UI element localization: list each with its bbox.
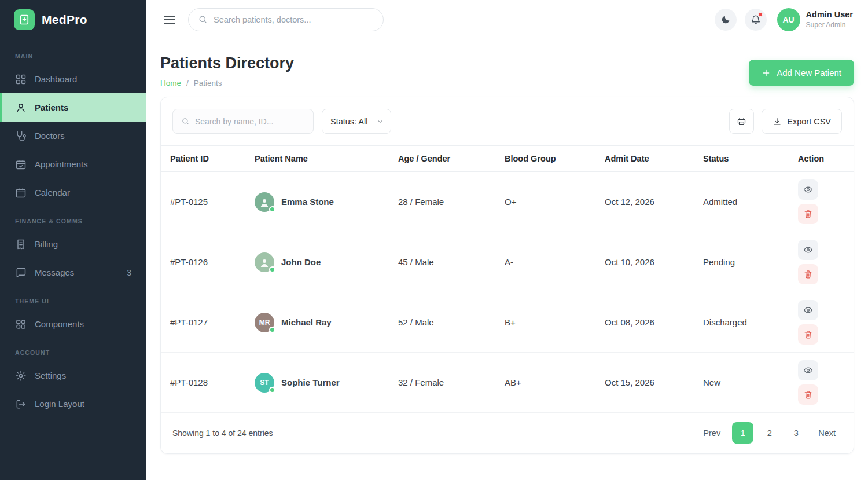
prev-page-button[interactable]: Prev [697,422,727,444]
moon-icon [720,14,731,25]
sidebar-item-calendar[interactable]: Calendar [0,178,146,207]
receipt-icon [15,239,27,250]
delete-button[interactable] [798,204,818,224]
notifications-button[interactable] [745,9,767,31]
search-icon [198,14,208,24]
blood-group-cell: O+ [505,197,605,207]
card-toolbar: Status: All Export CSV [161,97,854,145]
blood-group-cell: AB+ [505,378,605,387]
card-footer: Showing 1 to 4 of 24 entries Prev 1 2 3 … [161,413,854,453]
search-icon [181,117,190,126]
patient-name: Emma Stone [281,197,334,207]
sidebar-item-billing[interactable]: Billing [0,230,146,258]
table-search-input[interactable] [195,117,305,126]
view-button[interactable] [798,240,818,260]
action-cell [798,292,844,352]
patient-name: John Doe [281,257,321,267]
medpro-logo-icon [14,9,35,30]
patient-avatar [255,192,274,212]
admit-date-cell: Oct 10, 2026 [605,257,703,267]
theme-toggle-button[interactable] [715,9,737,31]
status-cell: Admitted [703,197,798,207]
toolbar-right: Export CSV [729,109,842,134]
sidebar-item-patients[interactable]: Patients [0,93,146,122]
sidebar-item-label: Dashboard [35,74,77,84]
column-header: Patient ID [170,146,255,171]
trash-icon [803,269,813,279]
age-gender-cell: 28 / Female [398,197,505,207]
delete-button[interactable] [798,384,818,405]
section-label-account: ACCOUNT [0,338,146,361]
user-role: Super Admin [806,21,853,29]
messages-count-badge: 3 [127,268,131,277]
patient-avatar: ST [255,373,274,393]
add-new-patient-button[interactable]: Add New Patient [749,60,854,86]
status-filter-select[interactable]: Status: All [322,109,391,134]
breadcrumb-current: Patients [194,79,222,87]
table-row: #PT-0125 Emma Stone 28 / Female O+ Oct 1… [161,172,854,232]
page-title: Patients Directory [160,54,294,72]
app-title: MedPro [42,13,87,27]
sidebar-item-settings[interactable]: Settings [0,361,146,390]
blood-group-cell: A- [505,257,605,267]
stethoscope-icon [15,130,27,142]
dashboard-icon [15,74,27,85]
page-button-1[interactable]: 1 [732,422,753,444]
patient-name-cell: MR Michael Ray [255,313,398,332]
delete-button[interactable] [798,324,818,345]
sidebar-item-label: Login Layout [35,399,84,409]
avatar-initials: MR [259,318,270,327]
global-search-input[interactable] [214,15,374,24]
main-area: AU Admin User Super Admin Patients Direc… [146,0,868,480]
page-button-2[interactable]: 2 [759,422,780,444]
trash-icon [803,390,813,400]
view-button[interactable] [798,360,818,380]
sidebar-item-login-layout[interactable]: Login Layout [0,390,146,418]
sidebar-item-components[interactable]: Components [0,310,146,338]
eye-icon [803,245,813,255]
topbar-right: AU Admin User Super Admin [715,8,853,31]
breadcrumb-home-link[interactable]: Home [160,79,181,87]
sidebar-item-appointments[interactable]: Appointments [0,150,146,178]
page-head: Patients Directory Home / Patients Add N… [160,54,854,87]
sidebar-item-label: Components [35,319,84,329]
online-status-dot [269,387,275,393]
column-header: Admit Date [605,146,703,171]
table-header: Patient ID Patient Name Age / Gender Blo… [161,145,854,172]
trash-icon [803,329,813,339]
global-search [188,8,384,31]
breadcrumb: Home / Patients [160,79,294,87]
patient-id-cell: #PT-0127 [170,317,255,327]
breadcrumb-separator: / [186,79,189,87]
patient-id-cell: #PT-0126 [170,257,255,267]
app-root: MedPro MAIN Dashboard Patients Doctors A… [0,0,868,480]
sidebar-item-label: Settings [35,371,66,380]
user-menu[interactable]: AU Admin User Super Admin [777,8,853,31]
column-header: Patient Name [255,146,398,171]
status-cell: Discharged [703,317,798,327]
eye-icon [803,185,813,195]
next-page-button[interactable]: Next [812,422,842,444]
view-button[interactable] [798,300,818,320]
table-row: #PT-0126 John Doe 45 / Male A- Oct 10, 2… [161,232,854,292]
patient-id-cell: #PT-0125 [170,197,255,207]
sidebar-item-doctors[interactable]: Doctors [0,122,146,150]
topbar: AU Admin User Super Admin [146,0,868,39]
age-gender-cell: 52 / Male [398,317,505,327]
admit-date-cell: Oct 15, 2026 [605,378,703,387]
menu-toggle-button[interactable] [161,13,178,26]
sidebar-item-dashboard[interactable]: Dashboard [0,65,146,93]
sidebar-item-label: Billing [35,239,58,249]
sidebar-item-label: Calendar [35,188,70,197]
sidebar-item-messages[interactable]: Messages 3 [0,258,146,287]
page-button-3[interactable]: 3 [785,422,807,444]
print-button[interactable] [729,109,754,134]
online-status-dot [269,266,275,273]
chat-icon [15,267,27,279]
view-button[interactable] [798,179,818,200]
table-row: #PT-0128 ST Sophie Turner 32 / Female AB… [161,353,854,413]
trash-icon [803,209,813,219]
sidebar: MedPro MAIN Dashboard Patients Doctors A… [0,0,146,480]
export-csv-button[interactable]: Export CSV [762,109,842,134]
delete-button[interactable] [798,264,818,284]
